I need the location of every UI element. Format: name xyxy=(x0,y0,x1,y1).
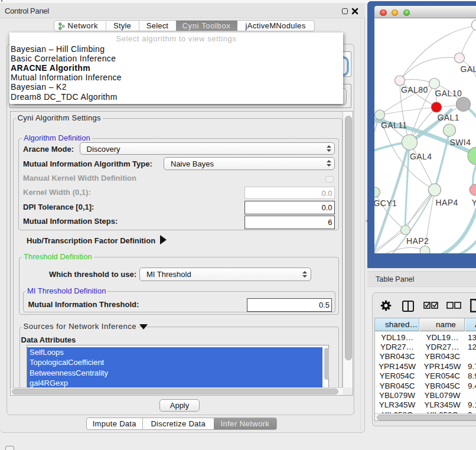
svg-text:HAP2: HAP2 xyxy=(406,236,429,246)
svg-text:Y: Y xyxy=(472,198,476,207)
svg-text:GCY1: GCY1 xyxy=(374,198,397,207)
svg-text:GAL7: GAL7 xyxy=(461,64,476,73)
svg-text:GAL80: GAL80 xyxy=(401,84,428,94)
svg-text:GAL10: GAL10 xyxy=(435,89,462,98)
svg-text:SWI4: SWI4 xyxy=(450,138,471,147)
svg-text:HAP4: HAP4 xyxy=(436,198,458,207)
svg-text:GAL11: GAL11 xyxy=(381,120,407,130)
svg-text:GAL4: GAL4 xyxy=(410,152,432,161)
svg-text:GAL1: GAL1 xyxy=(438,113,459,122)
